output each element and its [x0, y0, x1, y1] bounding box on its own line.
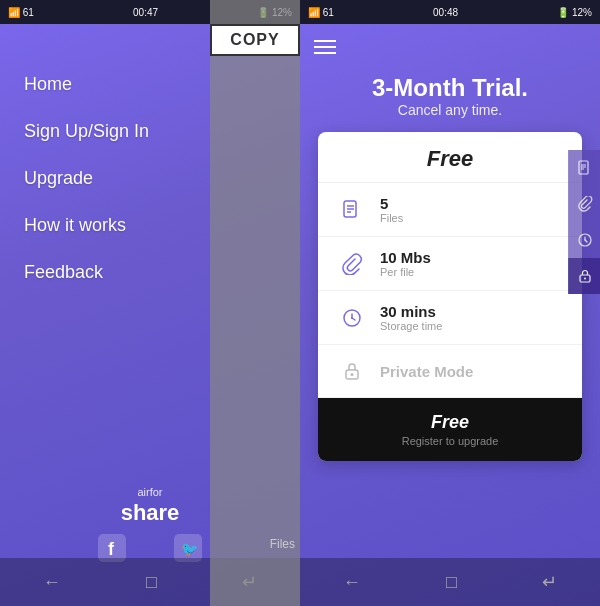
status-left-time: 00:47	[133, 7, 158, 18]
sidebar-lock-icon[interactable]	[568, 258, 600, 294]
time-label: Storage time	[380, 320, 442, 332]
copy-button-label: COPY	[230, 31, 279, 49]
files-value: 5	[380, 195, 403, 212]
status-left-signal: 📶 61	[8, 7, 34, 18]
feature-files-text: 5 Files	[380, 195, 403, 224]
feature-size-text: 10 Mbs Per file	[380, 249, 431, 278]
trial-title: 3-Month Trial.	[300, 74, 600, 102]
svg-line-20	[585, 240, 587, 242]
status-right-battery: 🔋 12%	[557, 7, 592, 18]
time-value: 30 mins	[380, 303, 442, 320]
status-right-signal: 📶 61	[308, 7, 334, 18]
feature-size: 10 Mbs Per file	[318, 237, 582, 291]
svg-point-22	[584, 278, 586, 280]
sidebar-clock-icon[interactable]	[568, 222, 600, 258]
card-plan: Free	[318, 146, 582, 172]
hamburger-menu[interactable]	[314, 36, 600, 58]
cta-sub: Register to upgrade	[332, 435, 568, 447]
brand-logo: airfor share	[121, 486, 180, 526]
files-icon	[338, 196, 366, 224]
sidebar-attachment-icon[interactable]	[568, 186, 600, 222]
sidebar-file-icon[interactable]	[568, 150, 600, 186]
back-button-right[interactable]: ←	[343, 572, 361, 593]
attachment-icon	[338, 250, 366, 278]
size-value: 10 Mbs	[380, 249, 431, 266]
cta-price: Free	[332, 412, 568, 433]
svg-point-13	[351, 373, 354, 376]
brand-top: airfor	[121, 486, 180, 499]
gray-overlay	[210, 0, 300, 606]
feature-time-text: 30 mins Storage time	[380, 303, 442, 332]
home-button-left[interactable]: □	[146, 572, 157, 593]
home-button-right[interactable]: □	[446, 572, 457, 593]
cta-button[interactable]: Free Register to upgrade	[318, 398, 582, 461]
size-label: Per file	[380, 266, 431, 278]
files-label-text: Files	[380, 212, 403, 224]
trial-header: 3-Month Trial. Cancel any time.	[300, 74, 600, 118]
card-header: Free	[318, 132, 582, 183]
clock-icon	[338, 304, 366, 332]
pricing-card: Free 5 Files	[318, 132, 582, 461]
left-panel: 📶 61 00:47 🔋 12% COPY Home Sign Up/Sign …	[0, 0, 300, 606]
feature-files: 5 Files	[318, 183, 582, 237]
back-button-left[interactable]: ←	[43, 572, 61, 593]
right-sidebar-icons	[568, 150, 600, 294]
lock-icon	[338, 357, 366, 385]
feature-time: 30 mins Storage time	[318, 291, 582, 345]
nav-bottom-right: ← □ ↵	[300, 558, 600, 606]
recents-button-right[interactable]: ↵	[542, 571, 557, 593]
files-label: Files	[270, 537, 295, 551]
brand-bottom: share	[121, 500, 180, 526]
feature-private-text: Private Mode	[380, 363, 473, 380]
feature-private: Private Mode	[318, 345, 582, 398]
private-value: Private Mode	[380, 363, 473, 380]
trial-subtitle: Cancel any time.	[300, 102, 600, 118]
right-panel: 📶 61 00:48 🔋 12% 3-Month Trial. Cancel a…	[300, 0, 600, 606]
svg-text:🐦: 🐦	[181, 541, 199, 558]
svg-point-11	[351, 317, 353, 319]
copy-button[interactable]: COPY	[210, 24, 300, 56]
svg-text:f: f	[108, 539, 115, 559]
status-right-time: 00:48	[433, 7, 458, 18]
status-bar-right: 📶 61 00:48 🔋 12%	[300, 0, 600, 24]
